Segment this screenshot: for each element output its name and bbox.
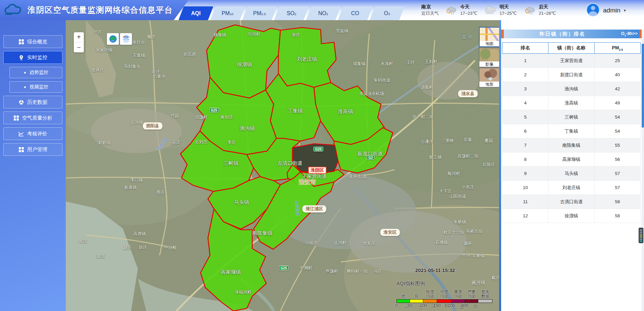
legend-label: 轻度污染 xyxy=(426,290,434,299)
tab-pollutant-6[interactable]: O3 xyxy=(370,6,405,20)
pm25-value-cell: 56 xyxy=(594,152,640,167)
rank-cell: 7 xyxy=(502,138,548,152)
stripe-widget[interactable] xyxy=(639,228,643,243)
app-window: 淮阴区空气质量监测网络综合信息平台 AQIPM10PM2.5SO2NO2COO3… xyxy=(0,0,644,311)
satellite-thumbnail-icon xyxy=(479,48,499,61)
zoom-out-button[interactable]: − xyxy=(74,42,84,52)
tab-pollutant-0[interactable]: AQI xyxy=(178,6,213,20)
weather-day-2: 后天21~28℃ xyxy=(523,4,556,16)
header-bar: 淮阴区空气质量监测网络综合信息平台 AQIPM10PM2.5SO2NO2COO3… xyxy=(0,0,644,20)
rank-cell: 2 xyxy=(502,68,548,82)
basemap-switcher: 地图影像地形 xyxy=(479,27,500,88)
rank-cell: 9 xyxy=(502,167,548,181)
stripe xyxy=(640,232,642,232)
stripe xyxy=(640,230,642,231)
sidebar-item-0[interactable]: 综合概览 xyxy=(3,35,62,48)
aqi-legend: 2021-05-11 15:32 AQI指标图例 优良轻度污染中度污染重度污染严… xyxy=(396,267,500,308)
legend-tick: 150 xyxy=(433,303,441,308)
cloud-logo-icon xyxy=(4,3,23,17)
urban-core-region[interactable] xyxy=(292,144,338,173)
location-pin-icon xyxy=(18,55,24,60)
line-chart-icon xyxy=(18,131,24,137)
globe-3d-icon[interactable] xyxy=(107,33,119,45)
sidebar-item-5[interactable]: 空气质量分析 xyxy=(3,112,62,124)
table-row: 8高家堰镇56 xyxy=(502,152,641,167)
basemap-option-road[interactable]: 地图 xyxy=(479,27,500,47)
legend-color-segment xyxy=(451,299,465,303)
legend-title: AQI指标图例 xyxy=(396,280,500,287)
header-brand: 淮阴区空气质量监测网络综合信息平台 xyxy=(0,0,189,20)
bullet-dot-icon xyxy=(23,71,26,74)
rank-cell: 8 xyxy=(502,152,548,167)
sidebar-item-6[interactable]: 考核评价 xyxy=(3,127,62,140)
town-name-cell: 马头镇 xyxy=(548,167,594,181)
sidebar-item-label: 综合概览 xyxy=(27,39,47,45)
table-row: 6丁集镇54 xyxy=(502,124,641,138)
map-canvas[interactable]: 徐溜镇刘老庄镇丁集镇淮高镇渔沟镇新渡口街道三树镇古清口街道王家营街道马头镇南陈集… xyxy=(66,20,500,311)
pm25-value-cell: 40 xyxy=(594,68,640,82)
pm25-value-cell: 58 xyxy=(594,195,640,209)
legend-tick: 50 xyxy=(408,303,412,308)
tab-label: PM2.5 xyxy=(253,10,266,16)
legend-ticks: 050100150200300 xyxy=(396,303,500,308)
table-row: 10刘老庄镇57 xyxy=(502,181,641,195)
table-row: 2新渡口街道40 xyxy=(502,68,641,82)
basemap-label: 地形 xyxy=(479,82,499,87)
user-menu[interactable]: admin ▾ xyxy=(586,3,626,18)
sidebar-item-label: 考核评价 xyxy=(27,131,47,137)
tab-pollutant-1[interactable]: PM10 xyxy=(210,6,245,20)
sidebar-item-2[interactable]: 趋势监控 xyxy=(9,67,62,78)
table-row: 9马头镇57 xyxy=(502,167,641,181)
legend-color-segment xyxy=(396,299,410,303)
ranking-title: 昨日镇（街）排名 xyxy=(504,31,621,37)
tab-pollutant-3[interactable]: SO2 xyxy=(274,6,309,20)
town-name-cell: 徐溜镇 xyxy=(548,209,594,223)
weather-day-1: 明天17~25℃ xyxy=(484,4,517,16)
town-name-cell: 刘老庄镇 xyxy=(548,181,594,195)
stripe xyxy=(640,235,642,236)
sidebar-item-7[interactable]: 用户管理 xyxy=(3,143,62,156)
sidebar-item-3[interactable]: 视频监控 xyxy=(9,81,62,93)
o3-8h-link[interactable]: O3-8h>> xyxy=(621,31,639,37)
table-column-header: 排名 xyxy=(502,43,548,54)
weather-city-name: 南京 xyxy=(421,4,439,10)
cloud-icon xyxy=(484,4,497,16)
town-name-cell: 丁集镇 xyxy=(548,124,594,138)
tab-pollutant-2[interactable]: PM2.5 xyxy=(242,6,277,20)
table-row: 5三树镇54 xyxy=(502,110,641,124)
tab-pollutant-5[interactable]: CO xyxy=(338,6,373,20)
stripe xyxy=(640,234,642,235)
stripe xyxy=(640,241,642,242)
town-name-cell: 三树镇 xyxy=(548,110,594,124)
stripe xyxy=(640,239,642,239)
stripe xyxy=(640,240,642,240)
table-row: 4淮高镇49 xyxy=(502,96,641,110)
weather-day-text: 今天17~23℃ xyxy=(460,4,477,16)
tab-pollutant-4[interactable]: NO2 xyxy=(306,6,341,20)
chevron-down-icon: ▾ xyxy=(624,8,626,13)
sidebar-item-4[interactable]: 历史数据 xyxy=(3,96,62,108)
ranking-panel: 昨日镇（街）排名 O3-8h>> 排名镇（街）名称PM2.5 1王家营街道252… xyxy=(501,20,644,311)
legend-tick: 0 xyxy=(395,303,397,308)
scrollbar-thumb[interactable] xyxy=(642,44,644,128)
weather-panel: 南京 近日天气 今天17~23℃明天17~25℃后天21~28℃ xyxy=(421,2,556,18)
sidebar-menu: 综合概览实时监控趋势监控视频监控历史数据空气质量分析考核评价用户管理 xyxy=(0,35,66,156)
weather-days: 今天17~23℃明天17~25℃后天21~28℃ xyxy=(445,4,556,16)
layers-icon[interactable] xyxy=(120,33,132,45)
table-row: 3渔沟镇42 xyxy=(502,82,641,96)
legend-labels: 优良轻度污染中度污染重度污染严重污染暂无数据 xyxy=(396,288,500,299)
basemap-option-terrain[interactable]: 地形 xyxy=(479,68,500,87)
rank-cell: 5 xyxy=(502,110,548,124)
grid-icon xyxy=(13,115,19,121)
sidebar-item-1[interactable]: 实时监控 xyxy=(3,51,62,64)
stripe xyxy=(640,233,642,233)
town-name-cell: 王家营街道 xyxy=(548,54,594,68)
pm25-value-cell: 49 xyxy=(594,96,640,110)
basemap-option-satellite[interactable]: 影像 xyxy=(479,48,500,67)
legend-tick: 100 xyxy=(420,303,427,308)
zoom-in-button[interactable]: + xyxy=(74,32,84,42)
town-name-cell: 古清口街道 xyxy=(548,195,594,209)
rank-cell: 12 xyxy=(502,209,548,223)
road-thumbnail-icon xyxy=(480,28,499,41)
town-name-cell: 南陈集镇 xyxy=(548,138,594,152)
